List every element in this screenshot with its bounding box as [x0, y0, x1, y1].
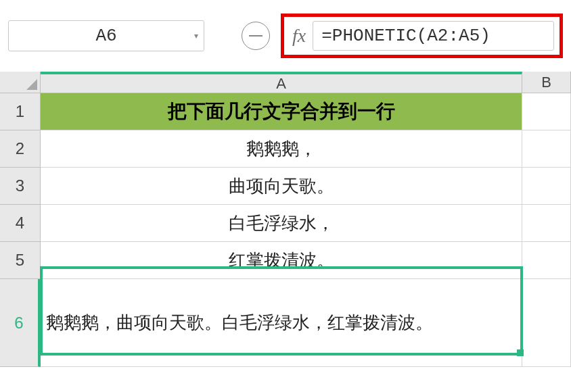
cell-A2[interactable]: 鹅鹅鹅， [41, 130, 522, 168]
cell-A4[interactable]: 白毛浮绿水， [41, 205, 522, 242]
formula-bar-highlight: fx =PHONETIC(A2:A5) [281, 14, 563, 58]
cell-A1[interactable]: 把下面几行文字合并到一行 [41, 93, 522, 130]
cell-A6[interactable]: 鹅鹅鹅，曲项向天歌。白毛浮绿水，红掌拨清波。 [41, 279, 522, 367]
row-header-4[interactable]: 4 [0, 205, 41, 242]
cell-B3[interactable] [522, 168, 571, 205]
formula-text: =PHONETIC(A2:A5) [321, 26, 490, 46]
cell-A3[interactable]: 曲项向天歌。 [41, 168, 522, 205]
fx-icon[interactable]: fx [292, 25, 306, 47]
cell-A5[interactable]: 红掌拨清波。 [41, 242, 522, 279]
formula-toolbar: A6 ▾ fx =PHONETIC(A2:A5) [0, 0, 571, 72]
name-box[interactable]: A6 ▾ [8, 20, 204, 51]
row-header-3[interactable]: 3 [0, 168, 41, 205]
formula-input[interactable]: =PHONETIC(A2:A5) [313, 21, 554, 51]
cell-B2[interactable] [522, 130, 571, 168]
row-header-1[interactable]: 1 [0, 93, 41, 130]
cell-B5[interactable] [522, 242, 571, 279]
cell-reference: A6 [9, 26, 204, 46]
cell-B1[interactable] [522, 93, 571, 130]
row-header-2[interactable]: 2 [0, 130, 41, 168]
cell-B4[interactable] [522, 205, 571, 242]
row-header-5[interactable]: 5 [0, 242, 41, 279]
cell-B6[interactable] [522, 279, 571, 367]
select-all-corner[interactable] [0, 72, 41, 93]
row-header-6[interactable]: 6 [0, 279, 41, 367]
column-headers: A B [0, 72, 571, 93]
chevron-down-icon[interactable]: ▾ [194, 31, 198, 41]
spreadsheet-body: 1 把下面几行文字合并到一行 2 鹅鹅鹅， 3 曲项向天歌。 4 白毛浮绿水， … [0, 93, 571, 367]
column-header-A[interactable]: A [41, 72, 522, 93]
zoom-out-icon[interactable] [242, 22, 270, 50]
column-header-B[interactable]: B [522, 72, 571, 93]
